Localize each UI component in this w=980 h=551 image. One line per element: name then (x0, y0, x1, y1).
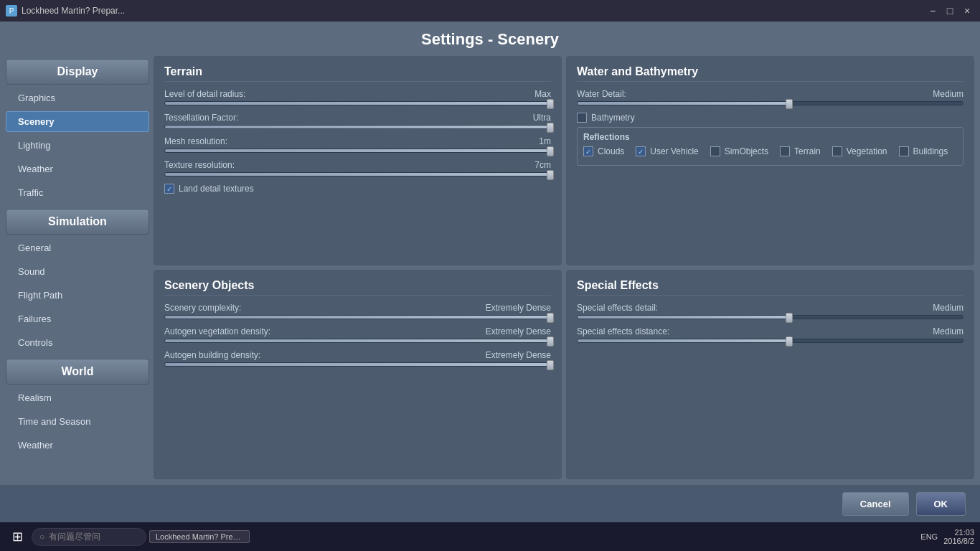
sidebar-item-world-weather[interactable]: Weather (6, 435, 149, 456)
reflect-buildings-label: Buildings (913, 146, 948, 156)
reflect-simobjects-checkbox[interactable] (710, 146, 720, 156)
complexity-value: Extremely Dense (486, 303, 551, 313)
reflect-clouds-row: Clouds (583, 146, 624, 156)
reflect-user-vehicle-row: User Vehicle (636, 146, 698, 156)
water-slider[interactable] (577, 101, 963, 105)
reflections-section: Reflections Clouds User Vehicle SimOb (577, 127, 963, 166)
main-window: Settings - Scenery Display Graphics Scen… (0, 22, 980, 522)
minimize-button[interactable]: − (925, 4, 940, 18)
sidebar-item-realism[interactable]: Realism (6, 387, 149, 408)
special-effects-title: Special Effects (577, 279, 963, 296)
sidebar-item-weather[interactable]: Weather (6, 159, 149, 179)
fx-detail-slider[interactable] (577, 315, 963, 319)
reflect-vegetation-checkbox[interactable] (832, 146, 842, 156)
texture-label: Texture resolution: (164, 160, 235, 170)
land-detail-checkbox[interactable] (164, 184, 174, 194)
bathymetry-checkbox[interactable] (577, 113, 587, 123)
land-detail-row: Land detail textures (164, 184, 551, 194)
lod-slider-row: Level of detail radius: Max (164, 89, 551, 105)
water-detail-slider-row: Water Detail: Medium (577, 89, 963, 105)
sidebar-item-flight-path[interactable]: Flight Path (6, 285, 149, 306)
scenery-objects-title: Scenery Objects (164, 279, 551, 296)
taskbar-app[interactable]: Lockheed Martin? Prepar... (149, 530, 250, 543)
mesh-value: 1m (539, 136, 551, 146)
autogen-bld-value: Extremely Dense (486, 350, 551, 360)
lod-value: Max (534, 89, 551, 99)
autogen-bld-slider-row: Autogen building density: Extremely Dens… (164, 350, 551, 367)
cancel-button[interactable]: Cancel (842, 492, 909, 516)
complexity-slider-row: Scenery complexity: Extremely Dense (164, 303, 551, 319)
sidebar-item-graphics[interactable]: Graphics (6, 88, 149, 108)
sidebar-item-general[interactable]: General (6, 237, 149, 258)
fx-detail-value: Medium (933, 303, 963, 313)
reflect-terrain-label: Terrain (794, 146, 821, 156)
reflect-terrain-checkbox[interactable] (780, 146, 790, 156)
autogen-veg-slider[interactable] (164, 339, 551, 343)
complexity-slider[interactable] (164, 315, 551, 319)
sidebar: Display Graphics Scenery Lighting Weathe… (6, 56, 149, 485)
autogen-bld-slider[interactable] (164, 362, 551, 367)
date-display: 2016/8/2 (943, 537, 974, 545)
taskbar-clock: 21:03 2016/8/2 (943, 528, 974, 545)
tess-slider-row: Tessellation Factor: Ultra (164, 113, 551, 129)
reflect-vegetation-label: Vegetation (847, 146, 887, 156)
reflect-clouds-checkbox[interactable] (583, 146, 593, 156)
fx-distance-value: Medium (933, 326, 963, 336)
lod-slider[interactable] (164, 101, 551, 105)
sidebar-group-world: World (6, 359, 149, 385)
texture-slider-row: Texture resolution: 7cm (164, 160, 551, 176)
title-bar-controls: − □ × (925, 4, 974, 18)
mesh-label: Mesh resolution: (164, 136, 227, 146)
fx-distance-slider-row: Special effects distance: Medium (577, 326, 963, 343)
sidebar-item-controls[interactable]: Controls (6, 332, 149, 353)
fx-distance-slider[interactable] (577, 339, 963, 343)
autogen-veg-label: Autogen vegetation density: (164, 326, 270, 336)
texture-value: 7cm (534, 160, 551, 170)
window-title: Settings - Scenery (0, 22, 980, 56)
taskbar: ⊞ ○ 有问题尽管问 Lockheed Martin? Prepar... EN… (0, 522, 980, 551)
sidebar-item-failures[interactable]: Failures (6, 309, 149, 329)
tess-slider[interactable] (164, 125, 551, 129)
taskbar-right: ENG 21:03 2016/8/2 (920, 528, 974, 545)
autogen-veg-slider-row: Autogen vegetation density: Extremely De… (164, 326, 551, 343)
mesh-slider[interactable] (164, 149, 551, 153)
sidebar-item-scenery[interactable]: Scenery (6, 111, 149, 132)
lang-indicator: ENG (920, 532, 938, 541)
complexity-label: Scenery complexity: (164, 303, 241, 313)
close-button[interactable]: × (960, 4, 974, 18)
reflections-grid: Clouds User Vehicle SimObjects Terr (583, 146, 957, 161)
taskbar-search-text: 有问题尽管问 (49, 531, 100, 543)
sidebar-item-time-season[interactable]: Time and Season (6, 411, 149, 432)
reflect-vegetation-row: Vegetation (832, 146, 887, 156)
tess-label: Tessellation Factor: (164, 113, 238, 123)
terrain-panel-title: Terrain (164, 65, 551, 82)
reflect-clouds-label: Clouds (598, 146, 624, 156)
reflect-buildings-checkbox[interactable] (899, 146, 909, 156)
app-icon: P (6, 5, 17, 17)
bathymetry-row: Bathymetry (577, 113, 963, 123)
reflections-title: Reflections (583, 132, 957, 142)
lod-label: Level of detail radius: (164, 89, 245, 99)
start-button[interactable]: ⊞ (6, 525, 29, 548)
ok-button[interactable]: OK (916, 492, 966, 516)
water-detail-label: Water Detail: (577, 89, 626, 99)
fx-detail-label: Special effects detail: (577, 303, 658, 313)
bottom-bar: Cancel OK (0, 485, 980, 522)
sidebar-item-lighting[interactable]: Lighting (6, 135, 149, 156)
sidebar-item-traffic[interactable]: Traffic (6, 182, 149, 203)
reflect-terrain-row: Terrain (780, 146, 821, 156)
terrain-panel: Terrain Level of detail radius: Max Tess… (154, 56, 562, 265)
scenery-objects-panel: Scenery Objects Scenery complexity: Extr… (154, 270, 562, 479)
time-display: 21:03 (954, 528, 974, 537)
sidebar-group-simulation: Simulation (6, 209, 149, 235)
texture-slider[interactable] (164, 172, 551, 176)
maximize-button[interactable]: □ (943, 4, 957, 18)
taskbar-search[interactable]: ○ 有问题尽管问 (32, 528, 146, 546)
reflect-user-vehicle-checkbox[interactable] (636, 146, 646, 156)
water-detail-value: Medium (933, 89, 963, 99)
title-bar: P Lockheed Martin? Prepar... − □ × (0, 0, 980, 22)
sidebar-item-sound[interactable]: Sound (6, 261, 149, 282)
fx-detail-slider-row: Special effects detail: Medium (577, 303, 963, 319)
bathymetry-label: Bathymetry (591, 113, 635, 123)
panels-grid: Terrain Level of detail radius: Max Tess… (154, 56, 974, 485)
